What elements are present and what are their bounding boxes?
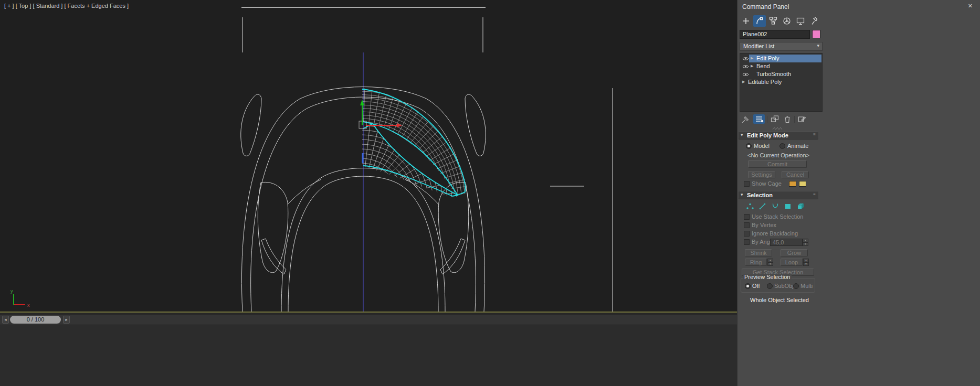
- display-tab-icon[interactable]: [794, 15, 807, 27]
- preview-selection-title: Preview Selection: [743, 274, 792, 280]
- use-stack-selection-checkbox[interactable]: [744, 214, 750, 220]
- command-panel-title: Command Panel: [742, 3, 789, 10]
- create-tab-icon[interactable]: [740, 15, 752, 27]
- expand-arrow-icon[interactable]: ▶: [751, 56, 753, 60]
- by-vertex-label: By Vertex: [752, 222, 776, 228]
- cage-color-swatch-2[interactable]: [799, 181, 806, 187]
- object-name-input[interactable]: Plane002: [740, 30, 810, 39]
- make-unique-icon[interactable]: [769, 114, 781, 124]
- by-vertex-checkbox[interactable]: [744, 222, 750, 228]
- radio-animate[interactable]: [779, 143, 785, 149]
- modifier-stack-item-turbosmooth[interactable]: TurboSmooth: [740, 70, 822, 78]
- pin-stack-icon[interactable]: [740, 114, 751, 124]
- stack-item-label: Editable Poly: [748, 79, 782, 85]
- preview-multi-radio[interactable]: [793, 283, 799, 289]
- modifier-list-dropdown[interactable]: Modifier List ▾: [740, 42, 823, 51]
- cage-color-swatch-1[interactable]: [789, 181, 796, 187]
- ignore-backfacing-checkbox[interactable]: [744, 231, 750, 237]
- by-angle-spinner[interactable]: ▲ ▼: [803, 239, 808, 246]
- show-cage-label: Show Cage: [752, 180, 782, 187]
- viewport-label[interactable]: [ + ] [ Top ] [ Standard ] [ Facets + Ed…: [4, 3, 129, 9]
- remove-modifier-icon[interactable]: [782, 114, 793, 124]
- chevron-down-icon: ▾: [817, 43, 819, 48]
- visibility-eye-icon[interactable]: [742, 64, 749, 69]
- gizmo-y-arrow[interactable]: [360, 100, 364, 105]
- rollout-arrow-icon: ▾: [741, 132, 743, 137]
- stack-item-label: Edit Poly: [756, 55, 779, 61]
- polygon-subobject-icon[interactable]: [783, 201, 793, 210]
- grip-icon: ≡: [813, 132, 816, 137]
- cancel-button[interactable]: Cancel: [782, 171, 809, 178]
- modifier-stack-item-editable-poly[interactable]: ▶ Editable Poly: [740, 78, 822, 86]
- modifier-stack-item-bend[interactable]: ▶ Bend: [740, 62, 822, 70]
- radio-model[interactable]: [746, 143, 752, 149]
- spinner-down-icon[interactable]: ▼: [803, 262, 809, 266]
- modifier-stack-list[interactable]: ▶ Edit Poly ▶ Bend TurboSmooth ▶ Editabl…: [740, 53, 823, 112]
- transform-gizmo[interactable]: [359, 100, 402, 163]
- plane-edges: [241, 7, 613, 312]
- grip-icon: ≡: [813, 192, 816, 197]
- preview-off-radio[interactable]: [745, 283, 751, 289]
- modify-tab-icon[interactable]: [753, 15, 766, 27]
- spinner-up-icon[interactable]: ▲: [767, 259, 773, 262]
- rollout-scroll-grip: [772, 127, 783, 130]
- spinner-up-icon[interactable]: ▲: [803, 259, 809, 262]
- utilities-tab-icon[interactable]: [808, 15, 820, 27]
- spinner-down-icon[interactable]: ▼: [803, 242, 808, 246]
- wireframe-canvas[interactable]: x y: [0, 0, 737, 312]
- stack-item-label: Bend: [756, 63, 770, 69]
- by-angle-checkbox[interactable]: [744, 239, 750, 245]
- radio-animate-label[interactable]: Animate: [787, 143, 808, 149]
- element-subobject-icon[interactable]: [795, 201, 806, 210]
- command-panel: Command Panel ✕ Plane002 Modifier List ▾…: [737, 0, 980, 386]
- rollout-arrow-icon: ▾: [741, 192, 743, 197]
- configure-modifier-sets-icon[interactable]: [796, 114, 808, 124]
- hierarchy-tab-icon[interactable]: [767, 15, 779, 27]
- ignore-backfacing-label: Ignore Backfacing: [752, 230, 798, 237]
- next-frame-button[interactable]: ▸: [63, 316, 70, 324]
- vertex-subobject-icon[interactable]: [745, 201, 755, 210]
- by-angle-value-field[interactable]: 45,0: [770, 239, 803, 246]
- divider: [794, 116, 795, 123]
- time-slider-handle[interactable]: 0 / 100: [10, 316, 61, 324]
- viewport-top[interactable]: x y [ + ] [ Top ] [ Standard ] [ Facets …: [0, 0, 737, 312]
- axis-x-label: x: [27, 303, 30, 308]
- ring-button[interactable]: Ring: [745, 259, 767, 266]
- loop-spinner[interactable]: ▲ ▼: [803, 259, 809, 266]
- object-color-swatch[interactable]: [812, 30, 820, 38]
- modifier-list-label: Modifier List: [743, 43, 774, 49]
- preview-subobj-radio[interactable]: [767, 283, 773, 289]
- radio-model-label[interactable]: Model: [754, 143, 770, 149]
- time-slider-bar[interactable]: ◂ 0 / 100 ▸: [0, 315, 737, 325]
- show-end-result-icon[interactable]: [753, 114, 765, 124]
- preview-multi-label[interactable]: Multi: [800, 283, 813, 289]
- edge-subobject-icon[interactable]: [757, 201, 768, 210]
- preview-off-label[interactable]: Off: [752, 283, 760, 289]
- commit-button[interactable]: Commit: [748, 160, 807, 168]
- settings-button[interactable]: Settings: [748, 171, 775, 178]
- close-icon[interactable]: ✕: [968, 3, 973, 9]
- border-subobject-icon[interactable]: [770, 201, 781, 210]
- track-bar-area: [0, 325, 737, 386]
- rollout-header-edit-poly-mode[interactable]: ▾ Edit Poly Mode ≡: [739, 131, 818, 140]
- current-operation-label: <No Current Operation>: [739, 152, 818, 158]
- grow-button[interactable]: Grow: [781, 249, 808, 256]
- expand-arrow-icon[interactable]: ▶: [742, 80, 745, 84]
- loop-button[interactable]: Loop: [781, 259, 803, 266]
- spinner-down-icon[interactable]: ▼: [767, 262, 773, 266]
- spinner-up-icon[interactable]: ▲: [803, 239, 808, 242]
- rollout-header-selection[interactable]: ▾ Selection ≡: [739, 191, 818, 199]
- divider: [767, 116, 767, 123]
- shrink-button[interactable]: Shrink: [745, 249, 772, 256]
- world-axis-tripod: x y: [10, 288, 30, 308]
- modifier-stack-item-edit-poly[interactable]: ▶ Edit Poly: [740, 55, 822, 62]
- visibility-eye-icon[interactable]: [742, 56, 749, 61]
- rollout-title: Selection: [747, 192, 773, 198]
- motion-tab-icon[interactable]: [781, 15, 793, 27]
- previous-frame-button[interactable]: ◂: [2, 316, 9, 324]
- preview-subobj-label[interactable]: SubObj: [774, 283, 794, 289]
- show-cage-checkbox[interactable]: [744, 181, 750, 187]
- visibility-eye-icon[interactable]: [742, 72, 749, 77]
- ring-spinner[interactable]: ▲ ▼: [767, 259, 773, 266]
- expand-arrow-icon[interactable]: ▶: [751, 64, 753, 68]
